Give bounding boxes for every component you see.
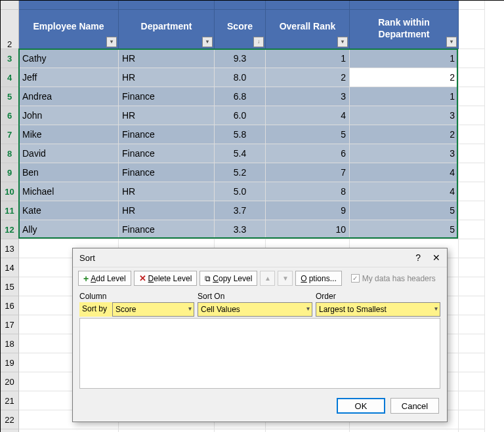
blank-cell[interactable] (459, 125, 485, 144)
data-cell[interactable]: Finance (119, 220, 215, 239)
data-cell[interactable]: Finance (119, 163, 215, 182)
row-header[interactable]: 23 (1, 429, 19, 432)
filter-button[interactable]: ▾ (202, 37, 213, 47)
column-header[interactable]: Score↓ (215, 10, 266, 49)
row-header[interactable]: 17 (1, 315, 19, 334)
data-cell[interactable]: Ally (19, 220, 119, 239)
data-cell[interactable]: 2 (266, 68, 350, 87)
blank-cell[interactable] (459, 315, 485, 334)
blank-cell[interactable] (459, 163, 485, 182)
column-header[interactable]: Overall Rank▾ (266, 10, 350, 49)
filter-button[interactable]: ▾ (446, 37, 457, 47)
data-cell[interactable]: Finance (119, 125, 215, 144)
data-cell[interactable]: HR (119, 106, 215, 125)
data-cell[interactable]: 9 (266, 201, 350, 220)
blank-cell[interactable] (459, 353, 485, 372)
order-combo[interactable] (316, 302, 440, 317)
data-cell[interactable]: 2 (350, 68, 459, 87)
data-cell[interactable]: Finance (119, 144, 215, 163)
blank-cell[interactable] (459, 201, 485, 220)
blank-cell[interactable] (459, 258, 485, 277)
data-cell[interactable]: 3 (350, 106, 459, 125)
data-cell[interactable]: 3.7 (215, 201, 266, 220)
data-cell[interactable]: HR (119, 201, 215, 220)
move-up-button[interactable]: ▲ (260, 271, 275, 286)
sortby-combo[interactable] (112, 302, 194, 317)
blank-cell[interactable] (459, 1, 485, 10)
row-header[interactable]: 7 (1, 125, 19, 144)
sorton-combo[interactable] (198, 302, 312, 317)
blank-cell[interactable] (459, 10, 485, 49)
data-cell[interactable]: 1 (350, 49, 459, 68)
row-header[interactable]: 13 (1, 239, 19, 258)
blank-cell[interactable] (459, 87, 485, 106)
row-header[interactable]: 6 (1, 106, 19, 125)
add-level-button[interactable]: +Add Level (78, 271, 131, 286)
data-cell[interactable]: 5 (350, 220, 459, 239)
data-cell[interactable]: HR (119, 49, 215, 68)
blank-cell[interactable] (459, 144, 485, 163)
row-header[interactable]: 19 (1, 353, 19, 372)
data-cell[interactable]: Ben (19, 163, 119, 182)
column-header[interactable]: Rank within Department▾ (350, 10, 459, 49)
data-cell[interactable]: 1 (266, 49, 350, 68)
data-cell[interactable]: 4 (266, 106, 350, 125)
data-cell[interactable]: 9.3 (215, 49, 266, 68)
close-icon[interactable]: ✕ (432, 252, 440, 263)
blank-cell[interactable] (459, 372, 485, 391)
blank-cell[interactable] (459, 410, 485, 429)
row-header[interactable]: 8 (1, 144, 19, 163)
blank-cell[interactable] (459, 239, 485, 258)
blank-cell[interactable] (459, 68, 485, 87)
data-cell[interactable]: 4 (350, 182, 459, 201)
row-header[interactable] (1, 1, 19, 10)
row-header[interactable]: 15 (1, 277, 19, 296)
row-header[interactable]: 16 (1, 296, 19, 315)
row-header[interactable]: 18 (1, 334, 19, 353)
copy-level-button[interactable]: ⧉Copy Level (200, 271, 257, 286)
row-header[interactable]: 22 (1, 410, 19, 429)
blank-cell[interactable] (459, 277, 485, 296)
data-cell[interactable]: 6.0 (215, 106, 266, 125)
blank-cell[interactable] (459, 429, 485, 432)
blank-cell[interactable] (19, 429, 119, 432)
row-header[interactable]: 5 (1, 87, 19, 106)
data-cell[interactable]: Jeff (19, 68, 119, 87)
delete-level-button[interactable]: ✕Delete Level (134, 271, 198, 286)
data-cell[interactable]: 3 (266, 87, 350, 106)
blank-cell[interactable] (459, 334, 485, 353)
data-cell[interactable]: 3.3 (215, 220, 266, 239)
move-down-button[interactable]: ▼ (278, 271, 293, 286)
data-cell[interactable]: 3 (350, 144, 459, 163)
blank-cell[interactable] (215, 429, 266, 432)
row-header[interactable]: 9 (1, 163, 19, 182)
blank-cell[interactable] (459, 220, 485, 239)
data-cell[interactable]: 1 (350, 87, 459, 106)
data-cell[interactable]: 5 (350, 201, 459, 220)
row-header[interactable]: 11 (1, 201, 19, 220)
blank-cell[interactable] (459, 296, 485, 315)
data-cell[interactable]: 8.0 (215, 68, 266, 87)
filter-button[interactable]: ▾ (106, 37, 117, 47)
options-button[interactable]: Options... (295, 271, 341, 286)
data-cell[interactable]: HR (119, 182, 215, 201)
data-cell[interactable]: 5.4 (215, 144, 266, 163)
data-cell[interactable]: 7 (266, 163, 350, 182)
row-header[interactable]: 10 (1, 182, 19, 201)
row-header[interactable]: 2 (1, 10, 19, 49)
row-header[interactable]: 14 (1, 258, 19, 277)
data-cell[interactable]: David (19, 144, 119, 163)
data-cell[interactable]: 10 (266, 220, 350, 239)
data-cell[interactable]: John (19, 106, 119, 125)
data-cell[interactable]: HR (119, 68, 215, 87)
row-header[interactable]: 4 (1, 68, 19, 87)
column-header[interactable]: Department▾ (119, 10, 215, 49)
row-header[interactable]: 3 (1, 49, 19, 68)
blank-cell[interactable] (119, 429, 215, 432)
data-cell[interactable]: Kate (19, 201, 119, 220)
data-cell[interactable]: 6.8 (215, 87, 266, 106)
data-cell[interactable]: 5.0 (215, 182, 266, 201)
blank-cell[interactable] (266, 429, 350, 432)
data-cell[interactable]: 2 (350, 125, 459, 144)
blank-cell[interactable] (350, 429, 459, 432)
